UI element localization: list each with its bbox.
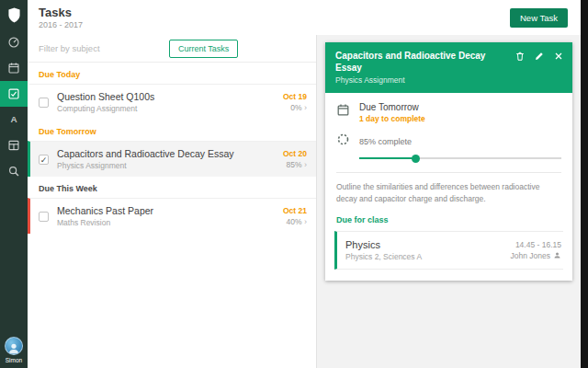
avatar[interactable] [5,337,23,355]
progress-block: 85% complete [359,132,561,164]
page-title-block: Tasks 2016 - 2017 [39,6,83,29]
task-item-selected[interactable]: ✓ Capacitors and Radioactive Decay Essay… [28,141,316,177]
due-row: Due Tomorrow 1 day to complete [336,102,561,123]
sidebar-item-search[interactable] [0,158,28,184]
divider [336,172,561,173]
page-header: Tasks 2016 - 2017 New Task [28,0,581,35]
due-note: 1 day to complete [359,114,425,123]
task-meta: Oct 19 0% › [283,92,307,112]
chevron-right-icon[interactable]: › [304,103,307,112]
class-item[interactable]: Physics Physics 2, Sciences A 14.45 - 16… [334,231,563,270]
sidebar-item-dashboard[interactable] [0,29,28,55]
detail-actions [514,51,564,62]
task-progress: 40% › [283,217,307,226]
delete-icon[interactable] [514,51,526,62]
progress-slider[interactable] [359,153,561,164]
screen-edge-strip [581,0,588,368]
edit-icon[interactable] [534,51,545,62]
task-text: Capacitors and Radioactive Decay Essay P… [57,148,276,170]
task-text: Question Sheet Q100s Computing Assignmen… [57,91,276,113]
class-title: Physics [345,239,511,250]
task-subtitle: Maths Revision [57,218,276,227]
slider-handle[interactable] [412,155,420,163]
class-teacher: John Jones [511,251,561,260]
page-title: Tasks [39,6,83,20]
task-list-panel: Current Tasks Due Today Question Sheet Q… [28,35,317,368]
class-text: Physics Physics 2, Sciences A [345,239,511,261]
app-window: A Simon Tasks 20 [0,0,588,368]
task-due-date: Oct 20 [283,149,307,158]
sidebar-item-exams[interactable]: A [0,107,28,132]
sidebar-item-schedule[interactable] [0,132,28,158]
task-subtitle: Physics Assignment [57,161,276,170]
close-icon[interactable] [553,51,564,62]
person-icon [7,341,20,354]
detail-header: Capacitors and Radioactive Decay Essay P… [325,42,572,93]
detail-body: Due Tomorrow 1 day to complete 85% compl… [325,93,572,281]
task-progress: 0% › [283,103,307,112]
task-title: Mechanics Past Paper [57,205,276,216]
user-name: Simon [0,357,28,363]
class-time: 14.45 - 16.15 [511,240,561,249]
sidebar-nav: A [0,29,28,184]
sidebar: A Simon [0,0,28,368]
new-task-button[interactable]: New Task [510,8,568,28]
schedule-icon [7,139,20,152]
task-item[interactable]: Question Sheet Q100s Computing Assignmen… [28,84,316,120]
filter-input[interactable] [39,43,169,53]
progress-circle-icon [336,132,350,146]
sidebar-item-tasks[interactable] [0,81,28,107]
task-meta: Oct 21 40% › [283,206,307,226]
section-label-due-this-week: Due This Week [28,177,316,198]
filter-row: Current Tasks [28,35,316,63]
due-label: Due Tomorrow [359,102,425,112]
section-label-due-tomorrow: Due Tomorrow [28,120,316,141]
calendar-icon [7,62,20,75]
exams-icon: A [7,113,20,126]
search-icon [7,165,20,178]
task-due-date: Oct 19 [283,92,307,101]
task-title: Capacitors and Radioactive Decay Essay [57,148,276,159]
task-item[interactable]: Mechanics Past Paper Maths Revision Oct … [28,198,316,234]
task-text: Mechanics Past Paper Maths Revision [57,205,276,227]
task-detail-area: Capacitors and Radioactive Decay Essay P… [317,35,581,368]
tasks-check-icon [7,87,20,100]
task-subtitle: Computing Assignment [57,104,276,113]
task-meta: Oct 20 85% › [283,149,307,169]
user-profile[interactable]: Simon [0,337,28,363]
app-logo [0,0,28,29]
task-progress: 85% › [283,160,307,169]
task-checkbox[interactable] [39,98,49,108]
task-checkbox[interactable] [39,212,49,222]
detail-title: Capacitors and Radioactive Decay Essay [335,51,514,74]
class-subtitle: Physics 2, Sciences A [345,252,511,261]
current-tasks-filter-button[interactable]: Current Tasks [169,40,238,58]
chevron-right-icon[interactable]: › [304,217,307,226]
progress-row: 85% complete [336,132,561,164]
task-description: Outline the similarities and differences… [336,181,561,205]
detail-subtitle: Physics Assignment [335,75,514,85]
person-icon [553,251,561,259]
chevron-right-icon[interactable]: › [304,160,307,169]
task-checkbox-checked[interactable]: ✓ [39,155,49,165]
due-text: Due Tomorrow 1 day to complete [359,102,425,123]
svg-text:A: A [10,114,17,124]
page-subtitle: 2016 - 2017 [39,20,83,29]
calendar-icon [336,103,350,117]
shield-logo-icon [7,7,21,23]
task-detail-card: Capacitors and Radioactive Decay Essay P… [325,42,572,281]
content: Current Tasks Due Today Question Sheet Q… [28,35,581,368]
task-title: Question Sheet Q100s [57,91,276,102]
slider-fill [359,157,416,159]
sidebar-item-calendar[interactable] [0,55,28,81]
progress-label: 85% complete [359,137,412,146]
section-label-due-today: Due Today [28,63,316,84]
dashboard-icon [7,36,20,49]
main-area: Tasks 2016 - 2017 New Task Current Tasks… [28,0,581,368]
task-due-date: Oct 21 [283,206,307,215]
due-for-class-label: Due for class [336,215,561,224]
class-meta: 14.45 - 16.15 John Jones [511,240,561,260]
